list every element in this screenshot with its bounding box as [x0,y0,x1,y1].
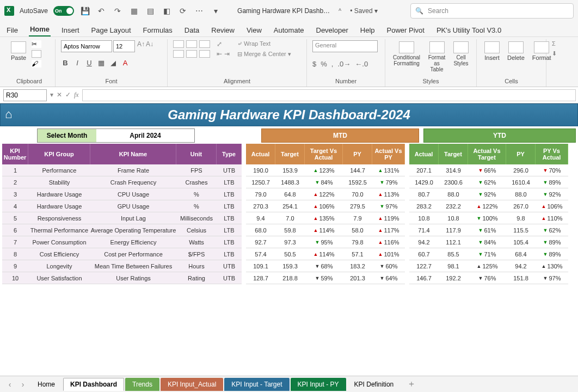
ribbon-tab-page-layout[interactable]: Page Layout [90,24,132,36]
italic-button[interactable]: I [73,59,82,67]
sheet-tab-kpi-input-target[interactable]: KPI Input - Target [224,378,289,391]
search-input[interactable]: 🔍 Search [410,3,574,19]
enter-formula-icon[interactable]: ✓ [65,91,71,99]
sheet-tab-kpi-definition[interactable]: KPI Definition [347,378,401,391]
grow-font-icon[interactable]: A↑ [137,40,145,52]
decrease-indent-icon[interactable]: ⇤ [217,50,222,58]
format-as-table-button[interactable]: Format as Table [426,40,448,74]
col-header: Actual [246,144,275,164]
qat-icon-3[interactable]: ◧ [161,5,172,16]
merge-center-button[interactable]: ⊟ Merge & Center ▾ [237,51,291,58]
copy-icon[interactable] [32,50,41,58]
conditional-formatting-button[interactable]: Conditional Formatting [391,40,422,68]
col-header: Target [439,144,468,164]
bold-button[interactable]: B [61,59,70,67]
table-row[interactable]: 6Thermal PerformanceAverage Operating Te… [2,224,576,236]
ribbon-tab-view[interactable]: View [245,24,263,36]
qat-icon-2[interactable]: ▤ [145,5,156,16]
decrease-decimal-icon[interactable]: ←.0 [355,60,368,68]
autosum-icon[interactable]: Σ [552,40,556,47]
col-header: KPI Number [2,144,28,164]
formula-input[interactable] [82,89,576,101]
select-month-control[interactable]: Select Month April 2024 [37,128,195,143]
col-header: Actual [409,144,439,164]
namebox-dropdown-icon[interactable]: ▾ [50,91,53,99]
kpi-table-body: 1PerformanceFrame RateFPSUTB190.0153.9▲1… [0,164,578,284]
table-row[interactable]: 4Hardware UsageGPU Usage%LTB270.3254.1▲1… [2,200,576,212]
select-month-value: April 2024 [96,129,194,142]
ribbon-tab-pk-s-utility-tool-v3-0[interactable]: PK's Utility Tool V3.0 [435,24,502,36]
ribbon-tab-developer[interactable]: Developer [315,24,349,36]
redo-icon[interactable]: ↷ [112,5,123,16]
saved-status[interactable]: • Saved ▾ [350,7,378,15]
increase-indent-icon[interactable]: ⇥ [224,50,230,58]
font-color-icon[interactable]: A [121,59,130,67]
font-size-select[interactable] [113,40,135,52]
sheet-nav-next-icon[interactable]: › [17,380,28,389]
fill-icon[interactable]: ⬇ [552,50,557,57]
sheet-tab-kpi-input-actual[interactable]: KPI Input_Actual [161,378,223,391]
table-row[interactable]: 10User SatisfactionUser RatingsRatingUTB… [2,272,576,284]
sheet-tab-kpi-input-py[interactable]: KPI Input - PY [291,378,346,391]
cell-styles-button[interactable]: Cell Styles [451,40,471,68]
dashboard-title-bar: ⌂ Gaming Hardware KPI Dashboard-2024 [0,103,578,126]
wrap-text-button[interactable]: ⤶ Wrap Text [237,40,291,47]
home-icon[interactable]: ⌂ [5,107,20,122]
format-painter-icon[interactable]: 🖌 [32,60,41,68]
sheet-tab-kpi-dashboard[interactable]: KPI Dashboard [63,378,124,391]
table-row[interactable]: 5ResponsivenessInput LagMillisecondsLTB9… [2,212,576,224]
sheet-nav-prev-icon[interactable]: ‹ [4,380,15,389]
save-icon[interactable]: 💾 [79,5,90,16]
sheet-tab-home[interactable]: Home [30,378,62,391]
table-row[interactable]: 1PerformanceFrame RateFPSUTB190.0153.9▲1… [2,164,576,176]
table-row[interactable]: 7Power ConsumptionEnergy EfficiencyWatts… [2,236,576,248]
delete-cells-button[interactable]: Delete [505,40,527,62]
privacy-icon[interactable]: ᴬ [339,7,341,15]
ribbon-tab-help[interactable]: Help [359,24,376,36]
percent-icon[interactable]: % [321,60,327,68]
table-row[interactable]: 3Hardware UsageCPU Usage%LTB79.064.8▲122… [2,188,576,200]
autosave-label: AutoSave [20,7,48,15]
ribbon-tab-insert[interactable]: Insert [60,24,81,36]
insert-cells-button[interactable]: Insert [482,40,502,62]
increase-decimal-icon[interactable]: .0→ [337,60,351,68]
ribbon-group-alignment: ⤢ ⇤ ⇥ ⤶ Wrap Text ⊟ Merge & Center ▾ Ali… [168,39,307,87]
cancel-formula-icon[interactable]: ✕ [57,91,62,99]
qat-more-icon[interactable]: ▾ [210,5,221,16]
qat-icon-5[interactable]: ⋯ [194,5,205,16]
cut-icon[interactable]: ✂ [32,40,41,48]
table-row[interactable]: 8Cost EfficiencyCost per Performance$/FP… [2,248,576,260]
shrink-font-icon[interactable]: A↓ [146,40,153,52]
ribbon-tab-data[interactable]: Data [183,24,200,36]
font-name-select[interactable] [61,40,112,52]
qat-icon[interactable]: ▦ [128,5,139,16]
ribbon-tab-automate[interactable]: Automate [273,24,305,36]
file-title[interactable]: Gaming Hardware KPI Dashb… [237,7,330,15]
orientation-icon[interactable]: ⤢ [217,40,230,48]
ribbon-tab-file[interactable]: File [5,24,19,36]
name-box[interactable] [3,89,47,101]
borders-icon[interactable]: ▦ [97,59,106,67]
ribbon-tab-review[interactable]: Review [210,24,236,36]
fill-color-icon[interactable]: ◢ [109,59,118,67]
align-buttons[interactable] [173,40,210,58]
paste-button[interactable]: Paste [9,40,28,62]
col-header: Unit [176,144,217,164]
comma-icon[interactable]: , [331,60,334,68]
ribbon-tab-formulas[interactable]: Formulas [142,24,174,36]
number-format-select[interactable]: General [312,40,378,52]
autosave-toggle[interactable]: On [53,6,74,16]
underline-button[interactable]: U [85,59,94,67]
col-header: Target [275,144,305,164]
table-row[interactable]: 9LongevityMean Time Between FailuresHour… [2,260,576,272]
ribbon-group-cells: Insert Delete Format Cells [477,39,546,87]
ribbon-tab-home[interactable]: Home [29,23,51,36]
table-row[interactable]: 2StabilityCrash FrequencyCrashesLTB1250.… [2,176,576,188]
add-sheet-button[interactable]: ＋ [407,378,416,390]
sheet-tab-trends[interactable]: Trends [125,378,159,391]
ribbon-tab-power-pivot[interactable]: Power Pivot [386,24,426,36]
fx-icon[interactable]: fx [74,91,79,99]
undo-icon[interactable]: ↶ [96,5,107,16]
currency-icon[interactable]: $ [312,60,316,68]
qat-icon-4[interactable]: ⟳ [177,5,188,16]
